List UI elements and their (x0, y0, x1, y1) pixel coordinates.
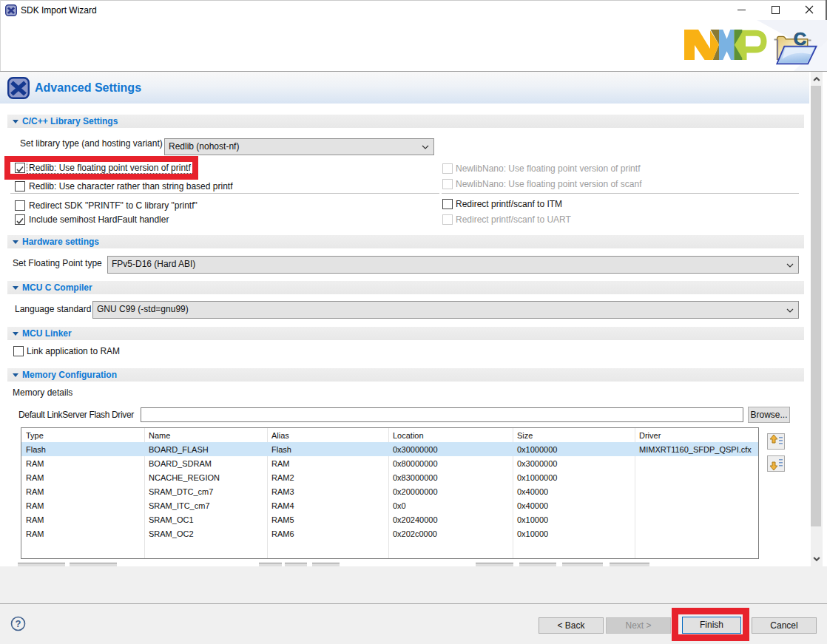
svg-text:?: ? (16, 618, 21, 629)
svg-text:C: C (794, 29, 806, 49)
